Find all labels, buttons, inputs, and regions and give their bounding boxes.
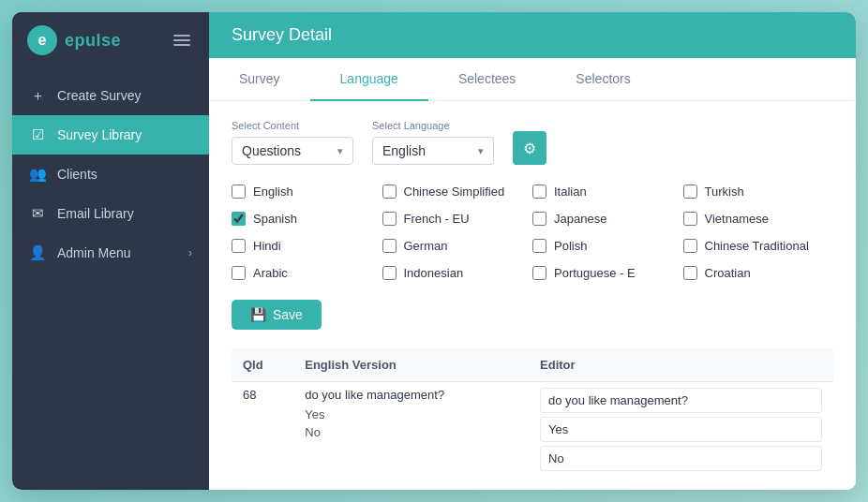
lang-indonesian[interactable]: Indonesian (382, 263, 533, 283)
language-select-group: Select Language English ▾ (372, 120, 494, 165)
lang-chinese-simplified-label: Chinese Simplified (404, 185, 505, 199)
save-icon: 💾 (250, 307, 266, 322)
lang-japanese[interactable]: Japanese (532, 209, 683, 229)
lang-hindi-checkbox[interactable] (232, 239, 246, 253)
content-select-value: Questions (242, 143, 301, 158)
lang-french-eu-checkbox[interactable] (382, 212, 397, 226)
lang-chinese-simplified[interactable]: Chinese Simplified (382, 182, 533, 201)
user-icon: 👤 (29, 244, 46, 261)
lang-turkish[interactable]: Turkish (683, 182, 834, 201)
lang-italian-checkbox[interactable] (532, 185, 546, 199)
sidebar-item-survey-library[interactable]: ☑ Survey Library (12, 115, 209, 155)
lang-polish[interactable]: Polish (532, 236, 683, 256)
qid-cell: 68 (232, 382, 293, 481)
chevron-down-icon: ▾ (337, 145, 343, 157)
sidebar-item-email-library[interactable]: ✉ Email Library (12, 194, 209, 233)
lang-vietnamese[interactable]: Vietnamese (683, 209, 834, 229)
tab-survey[interactable]: Survey (209, 58, 310, 101)
users-icon: 👥 (29, 166, 46, 183)
editor-cell: do you like management? Yes No (529, 382, 833, 481)
sidebar-item-create-survey[interactable]: ＋ Create Survey (12, 76, 209, 115)
hamburger-menu[interactable] (170, 31, 194, 50)
editor-answer-yes-field[interactable]: Yes (540, 417, 822, 442)
main-content: Survey Detail Survey Language Selectees … (209, 12, 856, 490)
tab-selectees[interactable]: Selectees (428, 58, 546, 101)
lang-turkish-checkbox[interactable] (683, 185, 697, 199)
lang-vietnamese-checkbox[interactable] (683, 212, 697, 226)
table-row: 68 do you like management? Yes No do you… (232, 382, 833, 481)
lang-vietnamese-label: Vietnamese (705, 212, 769, 226)
lang-spanish-label: Spanish (253, 212, 297, 226)
lang-french-eu[interactable]: French - EU (382, 209, 533, 229)
sidebar-item-label: Create Survey (57, 88, 141, 103)
editor-question-field[interactable]: do you like management? (540, 388, 822, 413)
lang-indonesian-checkbox[interactable] (382, 266, 397, 280)
questions-table: QId English Version Editor 68 do you lik… (232, 348, 833, 480)
question-text: do you like management? (305, 388, 517, 402)
search-button[interactable]: ⚙ (513, 131, 546, 165)
lang-italian[interactable]: Italian (532, 182, 683, 201)
lang-italian-label: Italian (554, 185, 587, 199)
tab-language[interactable]: Language (310, 58, 428, 101)
lang-arabic[interactable]: Arabic (232, 263, 382, 283)
language-select[interactable]: English ▾ (372, 137, 494, 165)
lang-arabic-checkbox[interactable] (232, 266, 246, 280)
col-english-version: English Version (293, 348, 529, 382)
lang-portuguese-e[interactable]: Portuguese - E (532, 263, 683, 283)
lang-portuguese-e-checkbox[interactable] (532, 266, 546, 280)
plus-icon: ＋ (29, 87, 46, 104)
lang-japanese-checkbox[interactable] (532, 212, 546, 226)
language-select-label: Select Language (372, 120, 494, 131)
sidebar-item-label: Survey Library (57, 127, 142, 142)
page-title: Survey Detail (232, 25, 332, 45)
content-select[interactable]: Questions ▾ (232, 137, 353, 165)
lang-hindi[interactable]: Hindi (232, 236, 382, 256)
lang-english[interactable]: English (232, 182, 382, 201)
answer-yes: Yes (305, 407, 517, 421)
sidebar-item-admin-menu[interactable]: 👤 Admin Menu › (12, 233, 209, 273)
lang-croatian-checkbox[interactable] (683, 266, 697, 280)
lang-arabic-label: Arabic (253, 266, 288, 280)
lang-french-eu-label: French - EU (404, 212, 470, 226)
main-header: Survey Detail (209, 12, 856, 58)
lang-spanish[interactable]: Spanish (232, 209, 382, 229)
lang-japanese-label: Japanese (554, 212, 606, 226)
lang-chinese-simplified-checkbox[interactable] (382, 185, 397, 199)
language-select-value: English (382, 143, 426, 158)
editor-answer-no-field[interactable]: No (540, 446, 822, 471)
check-square-icon: ☑ (29, 126, 46, 143)
lang-croatian[interactable]: Croatian (683, 263, 834, 283)
tab-selectors[interactable]: Selectors (546, 58, 660, 101)
sidebar-nav: ＋ Create Survey ☑ Survey Library 👥 Clien… (12, 68, 209, 490)
lang-spanish-checkbox[interactable] (232, 212, 246, 226)
lang-turkish-label: Turkish (705, 185, 744, 199)
lang-german-checkbox[interactable] (382, 239, 397, 253)
sidebar-item-label: Admin Menu (57, 245, 131, 260)
sidebar-item-clients[interactable]: 👥 Clients (12, 155, 209, 194)
chevron-right-icon: › (188, 246, 192, 259)
lang-chinese-traditional[interactable]: Chinese Traditional (683, 236, 834, 256)
table-header-row: QId English Version Editor (232, 348, 833, 382)
app-window: e epulse ＋ Create Survey ☑ Survey Librar… (12, 12, 856, 490)
lang-german[interactable]: German (382, 236, 533, 256)
envelope-icon: ✉ (29, 205, 46, 222)
lang-hindi-label: Hindi (253, 239, 281, 253)
save-button[interactable]: 💾 Save (232, 300, 322, 330)
answer-no: No (305, 425, 517, 439)
sidebar-logo: e epulse (12, 12, 209, 68)
english-version-cell: do you like management? Yes No (293, 382, 529, 481)
logo-text: epulse (65, 31, 121, 51)
lang-german-label: German (404, 239, 448, 253)
lang-english-label: English (253, 185, 293, 199)
lang-chinese-traditional-checkbox[interactable] (683, 239, 697, 253)
lang-english-checkbox[interactable] (232, 185, 246, 199)
content-select-label: Select Content (232, 120, 353, 131)
lang-portuguese-e-label: Portuguese - E (554, 266, 636, 280)
col-editor: Editor (529, 348, 833, 382)
content-area: Select Content Questions ▾ Select Langua… (209, 101, 856, 490)
sidebar-item-label: Email Library (57, 206, 134, 221)
tabs-bar: Survey Language Selectees Selectors (209, 58, 856, 101)
lang-polish-checkbox[interactable] (532, 239, 546, 253)
sidebar: e epulse ＋ Create Survey ☑ Survey Librar… (12, 12, 209, 490)
logo-letter: e (38, 32, 47, 49)
